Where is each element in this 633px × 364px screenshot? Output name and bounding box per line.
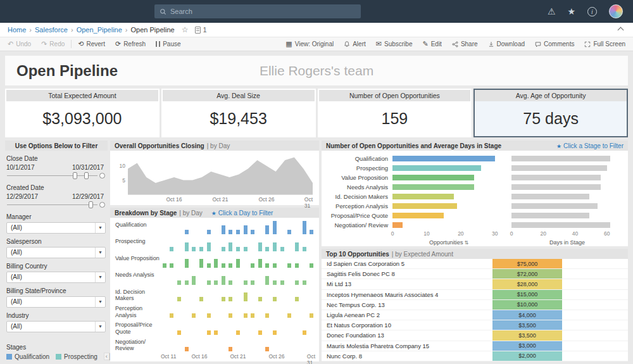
area-chart-plot[interactable]: 510 (128, 154, 313, 195)
bar[interactable] (295, 242, 299, 251)
bar[interactable] (236, 259, 240, 268)
legend-item-prospecting[interactable]: Prospecting (56, 353, 97, 360)
breadcrumb-item-salesforce[interactable]: Salesforce (35, 26, 68, 34)
toolbar-edit-button[interactable]: ✎Edit (417, 37, 446, 51)
bar[interactable] (177, 297, 181, 301)
toolbar-redo-button[interactable]: ↷Redo (36, 37, 70, 51)
opportunity-row-needs-analysis[interactable]: Needs Analysis (322, 182, 628, 192)
toolbar-comments-button[interactable]: Comments (530, 37, 579, 51)
bar[interactable] (251, 263, 254, 268)
days-in-stage-bar[interactable] (511, 175, 601, 180)
bar[interactable] (229, 242, 232, 251)
bar[interactable] (273, 263, 277, 268)
bar[interactable] (236, 230, 240, 234)
table-row-mi-ltd-13[interactable]: Mi Ltd 13$28,000 (322, 279, 628, 289)
opportunities-bar[interactable] (392, 184, 474, 190)
breakdown-row-negotiation-review[interactable]: Negotiation/ Review (110, 336, 319, 353)
bar[interactable] (258, 242, 262, 251)
opportunities-bar[interactable] (392, 213, 444, 218)
breakdown-row-needs-analysis[interactable]: Needs Analysis (110, 269, 319, 286)
bar[interactable] (192, 313, 196, 318)
sort-icon[interactable]: ⇅ (464, 240, 468, 246)
filter-dropdown-billing-state-province[interactable]: (All)▼ (6, 296, 106, 308)
days-in-stage-bar[interactable] (511, 156, 610, 161)
bar[interactable] (280, 247, 284, 251)
breadcrumb-item-home[interactable]: Home (8, 26, 26, 34)
opportunity-row-id-decision-makers[interactable]: Id. Decision Makers (322, 192, 628, 201)
bar[interactable] (177, 330, 181, 335)
star-icon[interactable]: ★ (567, 7, 575, 16)
days-in-stage-bar[interactable] (511, 165, 607, 171)
toolbar-download-button[interactable]: Download (483, 37, 530, 51)
bar[interactable] (185, 347, 189, 351)
bar[interactable] (222, 225, 225, 234)
table-row-nunc-corp-8[interactable]: Nunc Corp. 8$2,000 (322, 351, 628, 361)
breakdown-row-value-proposition[interactable]: Value Proposition (110, 253, 319, 269)
bar[interactable] (244, 292, 248, 301)
breakdown-row-prospecting[interactable]: Prospecting (110, 235, 319, 252)
bar[interactable] (310, 313, 313, 318)
bar[interactable] (258, 259, 262, 268)
opportunities-bar[interactable] (392, 222, 403, 228)
warning-triangle-icon[interactable]: ⚠ (548, 7, 556, 16)
avatar[interactable] (609, 4, 623, 18)
bar[interactable] (265, 247, 269, 251)
bar[interactable] (185, 259, 189, 268)
bar[interactable] (207, 330, 211, 335)
toolbar-undo-button[interactable]: ↶Undo (3, 37, 36, 51)
toolbar-view-original-button[interactable]: ▦View: Original (280, 37, 339, 51)
opportunity-row-qualification[interactable]: Qualification (322, 154, 628, 163)
bar[interactable] (177, 280, 181, 285)
opportunity-row-prospecting[interactable]: Prospecting (322, 163, 628, 173)
bar[interactable] (273, 221, 277, 234)
opportunities-bar[interactable] (392, 165, 481, 171)
click-stage-filter-hint[interactable]: ★ Click a Stage to Filter (556, 142, 624, 149)
opportunity-row-proposal-price-quote[interactable]: Proposal/Price Quote (322, 211, 628, 220)
bar[interactable] (273, 280, 277, 285)
bar[interactable] (207, 242, 211, 251)
bar[interactable] (280, 280, 284, 285)
bar[interactable] (265, 276, 269, 285)
bar[interactable] (229, 297, 232, 301)
bar[interactable] (303, 221, 306, 234)
bar[interactable] (214, 259, 218, 268)
bar[interactable] (222, 263, 225, 268)
bar[interactable] (199, 259, 203, 268)
table-row-sagittis-felis-donec-pc-8[interactable]: Sagittis Felis Donec PC 8$72,000 (322, 269, 628, 279)
bar[interactable] (303, 330, 306, 335)
breakdown-row-proposal-price-quote[interactable]: Proposal/Price Quote (110, 319, 319, 336)
bar[interactable] (295, 280, 299, 285)
opportunity-row-perception-analysis[interactable]: Perception Analysis (322, 201, 628, 211)
kpi-card-number-of-open-opportunities[interactable]: Number of Open Opportunities159 (318, 89, 472, 137)
bar[interactable] (273, 242, 277, 251)
filter-dropdown-billing-country[interactable]: (All)▼ (6, 272, 106, 283)
bar[interactable] (287, 263, 291, 268)
legend-item-qualification[interactable]: Qualification (6, 353, 49, 360)
kpi-card-avg-age-of-opportunity[interactable]: Avg. Age of Opportunity75 days (473, 89, 628, 137)
bar[interactable] (265, 263, 269, 268)
bar[interactable] (163, 263, 166, 268)
breakdown-row-qualification[interactable]: Qualification (110, 219, 319, 235)
filter-dropdown-industry[interactable]: (All)▼ (6, 321, 106, 332)
slider-handle[interactable] (84, 172, 89, 179)
bar[interactable] (251, 313, 254, 318)
bar[interactable] (273, 297, 277, 301)
bar[interactable] (207, 280, 211, 285)
bar[interactable] (229, 230, 232, 234)
search-input[interactable] (170, 8, 356, 15)
toolbar-revert-button[interactable]: ⟲Revert (73, 37, 110, 51)
bar[interactable] (236, 247, 240, 251)
table-row-ligula-aenean-pc-2[interactable]: Ligula Aenean PC 2$4,000 (322, 310, 628, 320)
bar[interactable] (244, 247, 248, 251)
bar[interactable] (222, 297, 225, 301)
bar[interactable] (199, 297, 203, 301)
bar[interactable] (265, 225, 269, 234)
breakdown-row-perception-analysis[interactable]: Perception Analysis (110, 303, 319, 319)
opportunities-bar[interactable] (392, 156, 495, 161)
bar[interactable] (265, 313, 269, 318)
bar[interactable] (222, 247, 225, 251)
bar[interactable] (199, 247, 203, 251)
days-in-stage-bar[interactable] (511, 222, 610, 228)
bar[interactable] (251, 230, 254, 234)
bar[interactable] (244, 225, 248, 234)
